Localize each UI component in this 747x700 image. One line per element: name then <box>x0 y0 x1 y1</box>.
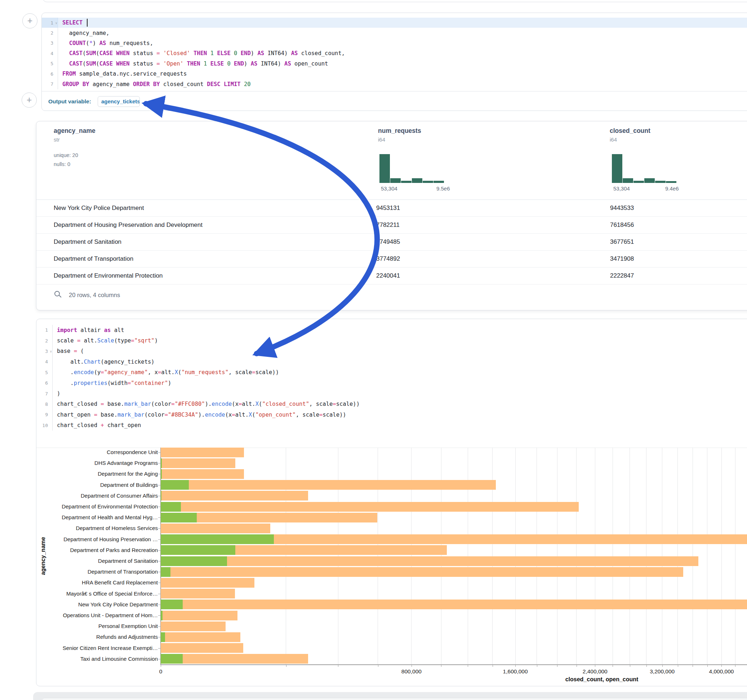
histogram-bar <box>666 181 676 183</box>
output-variable-label: Output variable: <box>48 98 91 105</box>
line-number: 8 <box>36 399 53 409</box>
code-token: chart_open <box>104 422 141 428</box>
line-number: 4 <box>42 48 58 58</box>
code-token: (y <box>94 369 101 376</box>
code-token: = <box>252 369 255 376</box>
table-cell: 9453131 <box>376 199 491 216</box>
code-token: CAST <box>69 50 83 57</box>
code-line[interactable]: 5 CAST(SUM(CASE WHEN status = 'Open' THE… <box>42 59 747 69</box>
code-line[interactable]: 7GROUP BY agency_name ORDER BY closed_co… <box>42 79 747 89</box>
code-token: DESC <box>207 81 220 88</box>
column-header-num-requests[interactable]: num_requests <box>378 127 421 135</box>
fold-chevron-icon[interactable]: ∨ <box>56 21 57 25</box>
table-cell: New York City Police Department <box>54 199 364 216</box>
table-cell: 7782211 <box>376 216 491 233</box>
histogram-bar <box>380 154 390 183</box>
code-line[interactable]: 8chart_closed = base.mark_bar(color="#FF… <box>36 399 747 409</box>
code-token: mark_bar <box>118 412 145 418</box>
add-cell-button-middle[interactable]: + <box>22 92 37 108</box>
code-token: . <box>57 369 74 376</box>
add-cell-button-top[interactable]: + <box>22 13 38 29</box>
code-token: encode <box>205 412 225 418</box>
search-icon-handle <box>59 295 61 297</box>
code-token <box>214 50 217 57</box>
line-number: 7 <box>42 79 58 89</box>
code-token: , scale <box>228 369 252 376</box>
code-token: closed_count, <box>298 50 345 57</box>
code-line[interactable]: 6FROM sample_data.nyc.service_requests <box>42 69 747 79</box>
line-number: 7 <box>36 388 53 398</box>
line-number: 6 <box>36 378 53 388</box>
code-token: (x <box>225 412 232 418</box>
code-token: scale)) <box>336 401 360 407</box>
code-token: AS <box>257 50 264 57</box>
code-line[interactable]: 6 .properties(width="container") <box>36 378 747 388</box>
code-token: (type <box>114 337 131 344</box>
code-token: ( <box>86 40 89 47</box>
code-line[interactable]: 4 alt.Chart(agency_tickets) <box>36 356 747 367</box>
code-token: as <box>104 327 111 333</box>
column-header-agency-name[interactable]: agency_name <box>54 127 95 135</box>
code-line[interactable]: 5 .encode(y="agency_name", x=alt.X("num_… <box>36 367 747 378</box>
code-token: = <box>77 337 80 344</box>
histogram-num-requests <box>380 154 444 183</box>
code-token: scale)) <box>322 412 346 418</box>
code-token: = <box>131 337 134 344</box>
code-text: base = ( <box>53 348 84 355</box>
table-cell: 7618456 <box>610 216 725 233</box>
code-token: "container" <box>131 380 168 386</box>
code-token: ( <box>252 412 255 418</box>
histogram-bar <box>655 181 665 183</box>
fold-chevron-icon[interactable]: ∨ <box>50 350 52 353</box>
table-cell: 2222847 <box>610 267 725 284</box>
column-header-closed-count[interactable]: closed_count <box>610 127 650 135</box>
code-line[interactable]: 1∨SELECT <box>42 18 747 28</box>
code-text: chart_closed + chart_open <box>53 422 141 428</box>
code-line[interactable]: 7) <box>36 388 747 398</box>
code-line[interactable]: 1import altair as alt <box>36 325 747 335</box>
code-token <box>207 50 210 57</box>
sql-code-editor[interactable]: 1∨SELECT2 agency_name,3 COUNT(*) AS num_… <box>42 18 747 89</box>
code-token: "#8BC34A" <box>168 412 198 418</box>
code-line[interactable]: 3∨base = ( <box>36 346 747 356</box>
table-cell: Department of Sanitation <box>54 233 364 250</box>
code-line[interactable]: 10chart_closed + chart_open <box>36 420 747 431</box>
table-cell: 3471908 <box>610 250 725 267</box>
code-token: alt. <box>57 359 84 365</box>
code-token: = <box>171 401 174 407</box>
python-code-editor[interactable]: 1import altair as alt2scale = alt.Scale(… <box>36 325 747 431</box>
code-line[interactable]: 9chart_open = base.mark_bar(color="#8BC3… <box>36 409 747 420</box>
code-token: agency_name, <box>62 30 110 36</box>
code-text: .properties(width="container") <box>53 380 171 386</box>
code-token: alt. <box>161 369 174 376</box>
code-token: status <box>130 60 157 67</box>
code-token: (color <box>151 401 171 407</box>
code-text: FROM sample_data.nyc.service_requests <box>58 71 187 77</box>
code-line[interactable]: 2 agency_name, <box>42 28 747 38</box>
code-line[interactable]: 4 CAST(SUM(CASE WHEN status = 'Closed' T… <box>42 48 747 58</box>
code-token: = <box>94 412 97 418</box>
line-number: 10 <box>36 420 53 431</box>
code-token: X <box>249 412 252 418</box>
code-line[interactable]: 3 COUNT(*) AS num_requests, <box>42 38 747 48</box>
code-token: , scale <box>309 401 333 407</box>
line-number: 5 <box>42 59 58 69</box>
code-token: = <box>101 401 104 407</box>
code-token: chart_closed <box>57 401 101 407</box>
output-variable-pill[interactable]: agency_tickets <box>98 96 140 107</box>
table-cell: Department of Housing Preservation and D… <box>54 216 364 233</box>
code-token: INT64) <box>264 50 291 57</box>
code-text: COUNT(*) AS num_requests, <box>58 40 153 47</box>
histogram-max-label: 9.5e6 <box>436 186 450 192</box>
table-row: Department of Transportation377489234719… <box>36 250 747 267</box>
code-token: END <box>241 50 251 57</box>
code-line[interactable]: 2scale = alt.Scale(type="sqrt") <box>36 335 747 345</box>
text-cursor <box>87 19 88 27</box>
code-token <box>113 60 116 67</box>
code-token: FROM <box>62 71 76 77</box>
code-token: alt. <box>80 337 97 344</box>
code-token: 1 <box>204 60 207 67</box>
code-token: CASE <box>100 60 113 67</box>
results-table: agency_name str unique: 20 nulls: 0 num_… <box>36 121 747 311</box>
code-token: scale <box>57 337 77 344</box>
